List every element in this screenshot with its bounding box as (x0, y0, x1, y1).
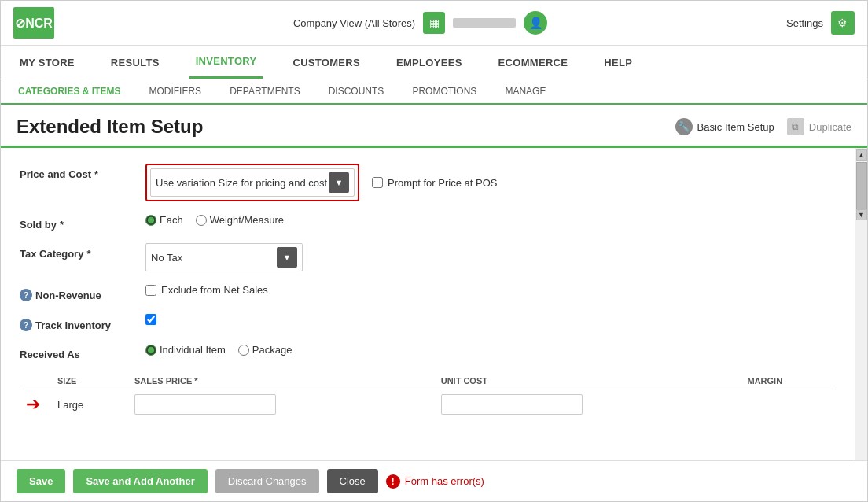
tax-category-label: Tax Category * (20, 243, 145, 260)
size-table: SIZE SALES PRICE * UNIT COST MARGIN ➔ La… (20, 373, 836, 419)
content-wrapper: Price and Cost * Use variation Size for … (1, 148, 867, 460)
sub-nav-departments[interactable]: DEPARTMENTS (225, 79, 305, 103)
received-as-radio-group: Individual Item Package (145, 344, 292, 356)
page-actions: 🔧 Basic Item Setup ⧉ Duplicate (675, 118, 851, 135)
tax-category-row: Tax Category * No Tax ▼ (20, 243, 836, 271)
sold-by-label: Sold by * (20, 214, 145, 231)
copy-icon: ⧉ (787, 118, 804, 135)
basic-item-setup-button[interactable]: 🔧 Basic Item Setup (675, 118, 774, 135)
row-unit-cost-cell (435, 389, 741, 420)
user-name (453, 18, 516, 28)
received-as-label: Received As (20, 344, 145, 360)
row-sales-price-cell (128, 389, 435, 420)
gear-icon[interactable]: ⚙ (831, 11, 855, 35)
price-cost-container: Use variation Size for pricing and cost … (145, 164, 359, 201)
basic-item-setup-label: Basic Item Setup (697, 121, 774, 133)
avatar: 👤 (524, 11, 547, 35)
sold-by-weight-radio[interactable] (196, 215, 207, 226)
main-content: Price and Cost * Use variation Size for … (1, 148, 855, 460)
store-icon: ▦ (423, 12, 445, 34)
non-revenue-row: ? Non-Revenue Exclude from Net Sales (20, 284, 836, 301)
margin-col-header: MARGIN (741, 373, 836, 389)
price-cost-select[interactable]: Use variation Size for pricing and cost … (150, 168, 355, 197)
sold-by-weight-label[interactable]: Weight/Measure (196, 214, 284, 226)
table-row: ➔ Large (20, 389, 836, 420)
unit-cost-col-header: UNIT COST (435, 373, 741, 389)
scrollbar-down[interactable]: ▼ (856, 209, 867, 220)
logo-text: ⊘NCR (15, 16, 53, 31)
track-inventory-checkbox[interactable] (145, 314, 156, 325)
tax-category-field: No Tax ▼ (145, 243, 836, 271)
settings-button[interactable]: Settings (786, 17, 823, 29)
sold-by-field: Each Weight/Measure (145, 214, 836, 226)
nav-help[interactable]: HELP (598, 47, 638, 78)
scrollbar-up[interactable]: ▲ (856, 149, 867, 161)
error-message: ! Form has error(s) (386, 474, 484, 489)
exclude-net-sales-checkbox[interactable] (145, 285, 156, 296)
sub-nav-modifiers[interactable]: MODIFIERS (144, 79, 206, 103)
sold-by-radio-group: Each Weight/Measure (145, 214, 284, 226)
main-nav: MY STORE RESULTS INVENTORY CUSTOMERS EMP… (1, 46, 867, 79)
track-inventory-row: ? Track Inventory (20, 314, 836, 331)
price-cost-field: Use variation Size for pricing and cost … (145, 164, 836, 201)
nav-inventory[interactable]: INVENTORY (189, 46, 263, 79)
track-inventory-label: ? Track Inventory (20, 314, 145, 331)
received-as-package-label[interactable]: Package (238, 344, 292, 356)
sub-nav-promotions[interactable]: PROMOTIONS (407, 79, 481, 103)
received-as-package-radio[interactable] (238, 345, 249, 356)
price-cost-row: Price and Cost * Use variation Size for … (20, 164, 836, 201)
sold-by-required: * (60, 219, 64, 231)
nav-my-store[interactable]: MY STORE (13, 47, 81, 78)
duplicate-label: Duplicate (809, 121, 851, 133)
received-as-individual-radio[interactable] (145, 345, 156, 356)
save-button[interactable]: Save (17, 469, 65, 493)
received-as-row: Received As Individual Item Package (20, 344, 836, 360)
page-title: Extended Item Setup (17, 116, 203, 138)
nav-ecommerce[interactable]: ECOMMERCE (492, 47, 575, 78)
arrow-col-header (20, 373, 51, 389)
company-view-label: Company View (All Stores) (293, 17, 415, 29)
company-view: Company View (All Stores) ▦ 👤 (293, 11, 547, 35)
sold-by-row: Sold by * Each Weight/Measure (20, 214, 836, 231)
track-inventory-field (145, 314, 836, 325)
sold-by-each-label[interactable]: Each (145, 214, 183, 226)
nav-employees[interactable]: EMPLOYEES (390, 47, 469, 78)
top-header: ⊘NCR Company View (All Stores) ▦ 👤 Setti… (1, 1, 867, 46)
row-arrow-cell: ➔ (20, 389, 51, 420)
sales-price-col-header: SALES PRICE * (128, 373, 435, 389)
row-size-cell: Large (51, 389, 128, 420)
sub-nav-manage[interactable]: MANAGE (500, 79, 550, 103)
nav-results[interactable]: RESULTS (105, 47, 166, 78)
prompt-price-label[interactable]: Prompt for Price at POS (372, 177, 497, 189)
tax-required: * (86, 248, 90, 260)
duplicate-button[interactable]: ⧉ Duplicate (787, 118, 851, 135)
tax-category-select[interactable]: No Tax ▼ (145, 243, 303, 271)
non-revenue-help-icon[interactable]: ? (20, 289, 32, 301)
settings-label: Settings (786, 17, 823, 29)
logo: ⊘NCR (13, 7, 54, 39)
red-arrow-icon: ➔ (26, 394, 45, 415)
top-right-actions: Settings ⚙ (786, 11, 855, 35)
price-cost-dropdown-arrow[interactable]: ▼ (329, 172, 349, 193)
nav-customers[interactable]: CUSTOMERS (286, 47, 366, 78)
scrollbar-thumb[interactable] (856, 162, 867, 209)
save-add-button[interactable]: Save and Add Another (73, 469, 207, 493)
size-col-header: SIZE (51, 373, 128, 389)
tax-category-value: No Tax (151, 252, 277, 264)
prompt-price-checkbox[interactable] (372, 177, 383, 188)
non-revenue-label: ? Non-Revenue (20, 284, 145, 301)
track-inventory-help-icon[interactable]: ? (20, 319, 32, 331)
sales-price-input[interactable] (134, 394, 276, 415)
row-margin-cell (741, 389, 836, 420)
tax-dropdown-arrow[interactable]: ▼ (277, 247, 297, 268)
sub-nav-discounts[interactable]: DISCOUNTS (324, 79, 389, 103)
received-as-individual-label[interactable]: Individual Item (145, 344, 226, 356)
non-revenue-field: Exclude from Net Sales (145, 284, 836, 296)
wrench-icon: 🔧 (675, 118, 693, 135)
sold-by-each-radio[interactable] (145, 215, 156, 226)
discard-button[interactable]: Discard Changes (215, 469, 319, 493)
close-button[interactable]: Close (327, 469, 378, 493)
sub-nav-categories[interactable]: CATEGORIES & ITEMS (13, 79, 125, 105)
exclude-net-sales-label[interactable]: Exclude from Net Sales (145, 284, 268, 296)
unit-cost-input[interactable] (441, 394, 583, 415)
